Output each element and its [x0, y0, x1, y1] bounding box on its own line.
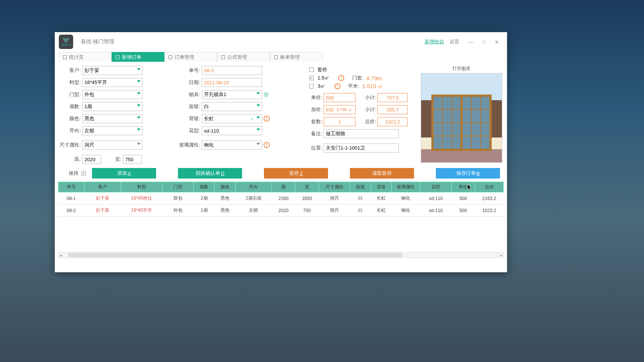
location-label: 位置:: [309, 145, 322, 151]
table-header[interactable]: 单号: [58, 182, 84, 192]
set-price-checkbox[interactable]: [309, 67, 314, 72]
table-header[interactable]: 总价: [475, 182, 504, 192]
glass-attr-select[interactable]: 钢化: [202, 141, 262, 150]
sets-input[interactable]: 1: [324, 117, 356, 126]
new-payment-link[interactable]: 新增收款: [425, 38, 444, 45]
table-header[interactable]: 扇数: [194, 182, 215, 192]
area3-checkbox[interactable]: [309, 84, 314, 89]
color-select[interactable]: 黑色: [82, 114, 143, 123]
tab-formula[interactable]: 公式管理: [217, 52, 270, 62]
order-table-wrap: 单号客户料型门型扇数颜色开向高宽尺寸属性面玻背玻玻璃属性花型单价总价 08-1彭…: [55, 182, 507, 217]
table-cell: 白: [350, 205, 371, 217]
table-header[interactable]: 花型: [420, 182, 451, 192]
area15-checkbox[interactable]: ✓: [309, 76, 314, 80]
confirm-receipt-button[interactable]: 回执确认单 D: [178, 168, 242, 179]
material-label: 料型:: [60, 79, 81, 86]
area3-label: 3㎡: [317, 83, 325, 90]
chevron-down-icon: [137, 68, 141, 70]
table-cell: 1023.2: [475, 205, 504, 217]
table-cell: 黑色: [215, 205, 235, 217]
table-header[interactable]: 背玻: [371, 182, 391, 192]
horizontal-scrollbar[interactable]: ◂ ▸: [58, 252, 504, 258]
add-button[interactable]: 添加 A: [92, 168, 156, 179]
sub2-value: 265.7: [377, 105, 408, 114]
customer-select[interactable]: 彭于晏: [82, 66, 143, 75]
note-input[interactable]: 做工细致: [324, 129, 399, 138]
unit-price-input[interactable]: 500: [324, 93, 356, 102]
tab-billing[interactable]: 账单管理: [270, 52, 323, 62]
keep-checkbox[interactable]: ✓: [81, 171, 86, 176]
material-select[interactable]: 16*45平开: [82, 78, 143, 87]
table-cell: 钢化: [392, 205, 420, 217]
lock-select[interactable]: 开孔锁具1: [202, 90, 262, 99]
order-table: 单号客户料型门型扇数颜色开向高宽尺寸属性面玻背玻玻璃属性花型单价总价 08-1彭…: [58, 182, 504, 217]
table-header[interactable]: 客户: [84, 182, 121, 192]
table-cell: 2300: [272, 192, 295, 205]
fan-count-label: 扇数:: [60, 103, 81, 110]
minimize-button[interactable]: —: [468, 39, 474, 45]
location-pin-icon[interactable]: ⦿: [264, 92, 269, 98]
table-cell: 16*45平开: [121, 205, 163, 217]
titlebar: WOYO 吾优-移门管理 新增收款 设置 — □ ✕: [55, 32, 507, 51]
size-attr-select[interactable]: 洞尺: [82, 141, 143, 150]
save-order-button[interactable]: 保存订单 B: [436, 168, 500, 179]
door-type-select[interactable]: 外包: [82, 90, 143, 99]
table-header[interactable]: 颜色: [215, 182, 235, 192]
date-input[interactable]: 2021-08-20: [202, 78, 262, 87]
width-input[interactable]: 750: [123, 155, 142, 164]
glass-attr-label: 玻璃属性:: [179, 142, 200, 148]
sqm-value: 1.515 ㎡: [362, 83, 384, 90]
table-header[interactable]: 高: [272, 182, 295, 192]
table-cell: 外包: [163, 205, 194, 217]
table-header[interactable]: 开向: [235, 182, 272, 192]
direction-select[interactable]: 左锁: [82, 126, 143, 135]
table-header[interactable]: 面玻: [350, 182, 371, 192]
area15-label: 1.5㎡: [317, 75, 329, 81]
location-input[interactable]: 天安门1-1-1001卫: [324, 144, 399, 153]
unit-price-label: 单价:: [309, 94, 322, 101]
settings-link[interactable]: 设置: [449, 38, 459, 45]
stash-button[interactable]: 暂存 Z: [264, 168, 328, 179]
tab-icon: [274, 55, 278, 59]
table-row[interactable]: 08-2彭于晏16*45平开外包1扇黑色左锁2020750洞尺白长虹钢化xd-1…: [58, 205, 504, 217]
markup-input[interactable]: 长虹: 3.795 ㎡: [324, 105, 356, 114]
tab-new-order[interactable]: 新增订单: [112, 52, 164, 62]
height-input[interactable]: 2020: [82, 155, 101, 164]
maximize-button[interactable]: □: [480, 39, 487, 45]
scroll-thumb[interactable]: [68, 253, 402, 257]
chevron-down-icon: [256, 92, 260, 95]
front-glass-select[interactable]: 白: [202, 102, 262, 111]
width-label: 宽:: [109, 156, 121, 163]
scroll-right-icon[interactable]: ▸: [499, 253, 503, 257]
table-row[interactable]: 08-1彭于晏16*45推拉双包2扇黑色2扇右前23001650洞尺白长虹钢化x…: [58, 192, 504, 205]
table-header[interactable]: 料型: [121, 182, 163, 192]
sub2-label: 小计:: [362, 106, 376, 113]
set-price-label: 套价: [317, 66, 327, 73]
chevron-down-icon: [137, 116, 141, 119]
search-icon[interactable]: ⌕: [251, 116, 253, 121]
table-header[interactable]: 尺寸属性: [319, 182, 350, 192]
sub1-value: 757.5: [377, 93, 408, 102]
table-cell: 2020: [272, 205, 295, 217]
table-cell: 2163.2: [475, 192, 504, 205]
pattern-select[interactable]: xd-110: [202, 126, 262, 135]
load-stash-button[interactable]: 读取暂存: [350, 168, 414, 179]
order-no-input[interactable]: 08-3: [202, 66, 262, 75]
fan-count-select[interactable]: 1扇: [82, 102, 143, 111]
tab-icon: [116, 55, 120, 59]
tab-order-mgmt[interactable]: 订单管理: [164, 52, 217, 62]
scroll-left-icon[interactable]: ◂: [58, 253, 63, 257]
tab-stats[interactable]: 统计页: [59, 52, 112, 62]
table-header[interactable]: 宽: [295, 182, 319, 192]
table-cell: 08-1: [58, 192, 84, 205]
preview-title[interactable]: 打开图库: [452, 66, 471, 72]
back-glass-label: 背玻:: [179, 115, 200, 122]
table-cell: 钢化: [392, 192, 420, 205]
table-header[interactable]: 门型: [163, 182, 194, 192]
total-value: 1023.2: [377, 117, 408, 126]
warning-icon: !: [264, 116, 270, 122]
preview-image[interactable]: [421, 73, 502, 163]
back-glass-select[interactable]: 长虹⌕: [202, 114, 262, 123]
close-button[interactable]: ✕: [493, 39, 500, 45]
table-header[interactable]: 玻璃属性: [392, 182, 420, 192]
